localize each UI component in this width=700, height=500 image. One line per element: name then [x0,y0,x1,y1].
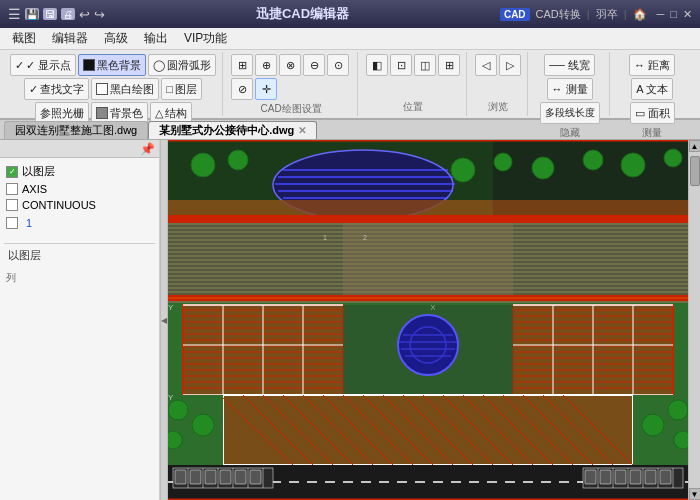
black-swatch [83,59,95,71]
measure-btn[interactable]: ↔ 测量 [547,78,593,100]
redo-icon[interactable]: ↪ [94,7,105,22]
pin-icon[interactable]: 📌 [140,142,155,156]
cad-tool-3[interactable]: ⊗ [279,54,301,76]
menu-icon[interactable]: ☰ [8,6,21,22]
save-icon[interactable]: 💾 [25,8,39,20]
svg-rect-144 [600,470,611,484]
layer-label-1[interactable]: 1 [22,215,36,231]
text-btn[interactable]: A 文本 [631,78,673,100]
svg-rect-143 [585,470,596,484]
svg-rect-148 [660,470,671,484]
layer-item-bylayer[interactable]: ✓ 以图层 [4,162,155,181]
minimize-icon[interactable]: ─ [657,8,665,20]
line-width-btn[interactable]: ── 线宽 [544,54,595,76]
find-text-btn[interactable]: ✓ 查找文字 [24,78,89,100]
close-icon[interactable]: ✕ [683,8,692,21]
maximize-icon[interactable]: □ [670,8,677,20]
browse-label: 浏览 [488,100,508,114]
menu-advanced[interactable]: 高级 [96,28,136,49]
svg-point-81 [228,150,248,170]
layer-item-1[interactable]: 1 [4,213,155,233]
tab-file2[interactable]: 某别墅式办公接待中心.dwg ✕ [148,121,317,139]
menu-screenshot[interactable]: 截图 [4,28,44,49]
svg-point-150 [192,414,214,436]
cad-icon: CAD [500,8,530,21]
distance-btn[interactable]: ↔ 距离 [629,54,675,76]
divider1: | [587,8,590,20]
black-bg-btn[interactable]: 黑色背景 [78,54,146,76]
cad-cursor-btn[interactable]: ✛ [255,78,277,100]
cad-tool-5[interactable]: ⊙ [327,54,349,76]
layer-label-bylayer: 以图层 [22,164,55,179]
svg-text:Y: Y [168,393,174,402]
left-panel: 📌 ✓ 以图层 AXIS CONTINUOUS 1 [0,140,160,500]
layer-checkbox-axis [6,183,18,195]
measure-label: 测量 [642,126,662,140]
pos-tool-4[interactable]: ⊞ [438,54,460,76]
svg-rect-134 [235,470,246,484]
svg-rect-131 [190,470,201,484]
feather-label[interactable]: 羽卒 [596,7,618,22]
menu-output[interactable]: 输出 [136,28,176,49]
layer-item-continuous[interactable]: CONTINUOUS [4,197,155,213]
panel-divider [4,243,155,244]
menu-vip[interactable]: VIP功能 [176,28,235,49]
hidden-label: 隐藏 [560,126,580,140]
cad-tool-1[interactable]: ⊞ [231,54,253,76]
svg-rect-133 [220,470,231,484]
svg-rect-135 [250,470,261,484]
hidden-row-3: 多段线长度 [540,102,600,124]
pos-tool-3[interactable]: ◫ [414,54,436,76]
undo-icon[interactable]: ↩ [79,7,90,22]
layer-label-axis: AXIS [22,183,47,195]
tab-file1[interactable]: 园双连别墅整施工图.dwg [4,121,148,139]
menu-editor[interactable]: 编辑器 [44,28,96,49]
pos-tool-1[interactable]: ◧ [366,54,388,76]
cad-convert-label[interactable]: CAD转换 [536,7,581,22]
scroll-thumb[interactable] [690,156,700,186]
bw-draw-btn[interactable]: 黑白绘图 [91,78,159,100]
cad-tool-6[interactable]: ⊘ [231,78,253,100]
toolbar: ✓ ✓ 显示点 黑色背景 ◯ 圆滑弧形 ✓ 查找文字 黑白绘图 □ [0,50,700,120]
checkmark-icon: ✓ [15,59,24,72]
print-icon[interactable]: 🖨 [61,8,75,20]
title-bar: ☰ 💾 🖫 🖨 ↩ ↪ 迅捷CAD编辑器 CAD CAD转换 | 羽卒 | 🏠 … [0,0,700,28]
gray-swatch [96,107,108,119]
show-points-btn[interactable]: ✓ ✓ 显示点 [10,54,76,76]
svg-point-149 [168,400,188,420]
layer-btn[interactable]: □ 图层 [161,78,202,100]
home-icon[interactable]: 🏠 [633,8,647,21]
collapse-handle[interactable]: ◀ [160,140,168,500]
toolbar-group-position: ◧ ⊡ ◫ ⊞ 位置 [360,52,467,116]
cad-tool-4[interactable]: ⊖ [303,54,325,76]
svg-rect-89 [223,395,633,465]
scroll-down-arrow[interactable]: ▼ [689,488,701,500]
title-bar-right: CAD CAD转换 | 羽卒 | 🏠 ─ □ ✕ [500,7,692,22]
browse-tool-1[interactable]: ◁ [475,54,497,76]
main-area: 📌 ✓ 以图层 AXIS CONTINUOUS 1 [0,140,700,500]
scroll-up-arrow[interactable]: ▲ [689,140,701,152]
smooth-arc-btn[interactable]: ◯ 圆滑弧形 [148,54,216,76]
v-scrollbar[interactable]: ▲ ▼ [688,140,700,500]
svg-point-153 [642,414,664,436]
svg-rect-11 [168,200,688,215]
cad-tool-2[interactable]: ⊕ [255,54,277,76]
prop-bylayer: 以图层 [4,246,155,265]
browse-tool-2[interactable]: ▷ [499,54,521,76]
drawing-area[interactable]: Y Y X 1 2 [168,140,688,500]
pos-tool-2[interactable]: ⊡ [390,54,412,76]
svg-rect-130 [175,470,186,484]
layer-item-axis[interactable]: AXIS [4,181,155,197]
area-btn[interactable]: ▭ 面积 [630,102,675,124]
spacer1 [4,233,155,241]
tab2-close-icon[interactable]: ✕ [298,125,306,136]
title-bar-left: ☰ 💾 🖫 🖨 ↩ ↪ [8,6,105,22]
svg-rect-145 [615,470,626,484]
svg-point-87 [664,149,682,167]
tab1-label: 园双连别墅整施工图.dwg [15,123,137,138]
cad-icons-row: ⊞ ⊕ ⊗ ⊖ ⊙ ⊘ ✛ [231,54,351,100]
save2-icon[interactable]: 🖫 [43,8,57,20]
svg-point-82 [451,158,475,182]
polyline-len-btn[interactable]: 多段线长度 [540,102,600,124]
app-title: 迅捷CAD编辑器 [256,5,349,23]
